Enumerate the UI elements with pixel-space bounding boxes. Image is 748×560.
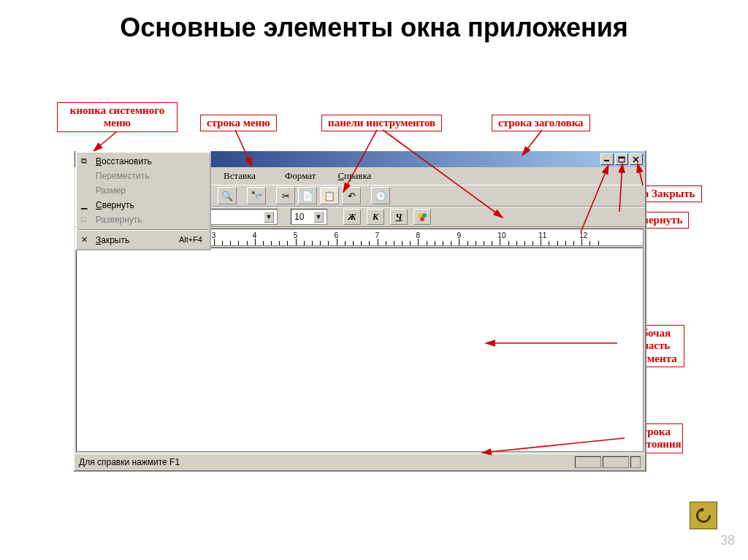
status-pane xyxy=(575,456,601,468)
resize-grip-icon[interactable] xyxy=(630,456,641,468)
slide-number: 38 xyxy=(720,533,735,548)
document-work-area[interactable] xyxy=(76,248,644,452)
menu-format[interactable]: Формат xyxy=(270,169,330,183)
maximize-button[interactable] xyxy=(615,153,628,165)
copy-icon[interactable]: 📄 xyxy=(298,187,317,204)
status-pane xyxy=(603,456,629,468)
svg-point-5 xyxy=(418,213,422,218)
svg-point-6 xyxy=(422,213,427,218)
close-icon: ✕ xyxy=(81,235,88,245)
cut-icon[interactable]: ✂ xyxy=(276,187,295,204)
minimize-icon: ▁ xyxy=(81,200,87,210)
ruler-number: 12 xyxy=(579,231,587,239)
ruler-number: 10 xyxy=(497,231,505,239)
bold-button[interactable]: Ж xyxy=(343,209,361,225)
sys-menu-minimize[interactable]: ▁ Свернуть xyxy=(77,198,210,212)
status-text: Для справки нажмите F1 xyxy=(79,457,180,467)
paste-icon[interactable]: 📋 xyxy=(320,187,339,204)
undo-icon[interactable]: ↶ xyxy=(342,187,361,204)
system-menu[interactable]: ⧉ Восстановить Переместить Размер ▁ Свер… xyxy=(75,151,211,250)
minimize-button[interactable] xyxy=(600,153,614,165)
restore-icon: ⧉ xyxy=(81,156,87,166)
svg-line-8 xyxy=(94,131,117,151)
datetime-icon[interactable]: 🕒 xyxy=(371,187,390,204)
sys-menu-size: Размер xyxy=(77,183,210,198)
chevron-down-icon[interactable]: ▼ xyxy=(313,211,324,223)
label-menu-row: строка меню xyxy=(200,115,277,131)
slide-title: Основные элементы окна приложения xyxy=(0,13,748,42)
menu-help[interactable]: Справка xyxy=(330,169,378,183)
status-bar: Для справки нажмите F1 xyxy=(75,453,645,470)
sys-menu-restore[interactable]: ⧉ Восстановить xyxy=(77,154,210,169)
sys-menu-move: Переместить xyxy=(77,169,210,183)
color-button[interactable] xyxy=(413,209,431,225)
menu-separator xyxy=(78,229,208,231)
back-button[interactable] xyxy=(690,502,717,529)
underline-button[interactable]: Ч xyxy=(390,209,408,225)
svg-point-7 xyxy=(420,217,424,221)
ruler-number: 11 xyxy=(538,231,546,239)
find-icon[interactable]: 🔭 xyxy=(247,187,266,204)
label-sys-menu-btn: кнопка системного меню xyxy=(57,102,178,132)
italic-button[interactable]: К xyxy=(367,209,384,225)
chevron-down-icon[interactable]: ▼ xyxy=(264,211,274,223)
label-toolbars: панели инструментов xyxy=(321,115,442,131)
sys-menu-maximize: □ Развернуть xyxy=(77,212,210,227)
sys-menu-close[interactable]: ✕ Закрыть Alt+F4 xyxy=(77,233,210,248)
maximize-icon: □ xyxy=(81,215,86,223)
close-button[interactable] xyxy=(630,153,643,165)
print-preview-icon[interactable]: 🔍 xyxy=(218,187,237,204)
label-title-row: строка заголовка xyxy=(492,115,590,131)
font-size-combo[interactable]: 10 ▼ xyxy=(291,209,327,225)
